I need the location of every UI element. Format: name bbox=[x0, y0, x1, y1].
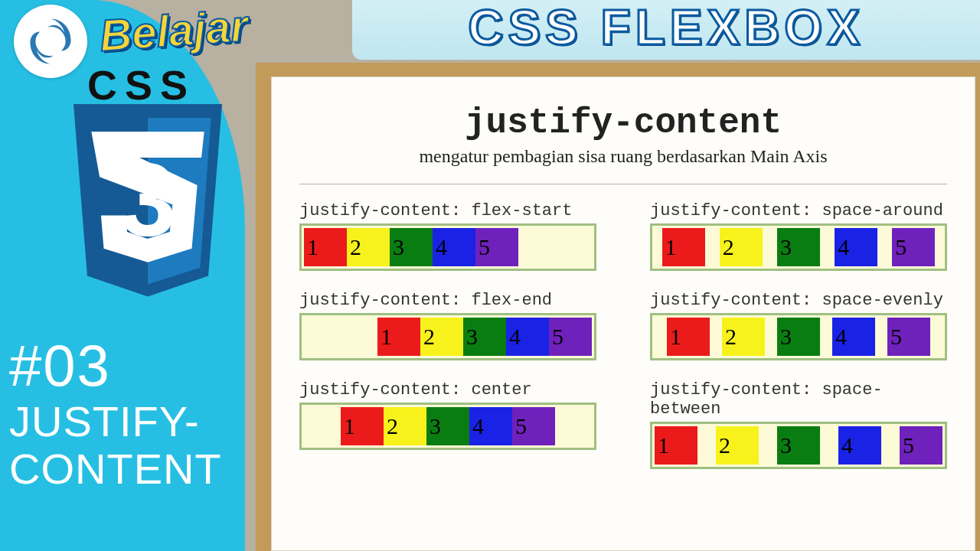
swirl-icon bbox=[24, 15, 77, 68]
whiteboard: justify-content mengatur pembagian sisa … bbox=[271, 77, 975, 551]
flex-item: 4 bbox=[469, 407, 512, 445]
flex-container: 12345 bbox=[299, 313, 596, 360]
episode-number: #03 bbox=[9, 332, 111, 399]
flex-container: 12345 bbox=[299, 403, 596, 450]
top-title-bar: CSS FLEXBOX bbox=[352, 0, 980, 60]
example-space-around: justify-content: space-around12345 bbox=[650, 201, 947, 271]
example-space-evenly: justify-content: space-evenly12345 bbox=[650, 291, 947, 360]
whiteboard-subtitle: mengatur pembagian sisa ruang berdasarka… bbox=[299, 146, 947, 167]
flex-item: 5 bbox=[512, 407, 555, 445]
example-flex-start: justify-content: flex-start12345 bbox=[299, 201, 596, 271]
flex-item: 4 bbox=[835, 228, 877, 266]
flex-item: 4 bbox=[838, 426, 881, 465]
whiteboard-title: justify-content bbox=[299, 103, 947, 143]
flex-item: 5 bbox=[887, 318, 930, 356]
flex-item: 4 bbox=[832, 318, 875, 356]
flex-item: 3 bbox=[426, 407, 469, 445]
flex-item: 5 bbox=[549, 318, 592, 356]
css-label: CSS bbox=[87, 61, 195, 109]
flex-container: 12345 bbox=[650, 422, 947, 469]
episode-title: JUSTIFY-CONTENT bbox=[9, 398, 239, 492]
flex-item: 1 bbox=[377, 318, 420, 356]
shield-number: 3 bbox=[119, 142, 177, 257]
example-label: justify-content: space-around bbox=[650, 201, 947, 220]
example-label: justify-content: flex-end bbox=[299, 291, 596, 310]
divider bbox=[299, 184, 947, 184]
flex-item: 2 bbox=[716, 426, 759, 465]
flex-item: 2 bbox=[347, 228, 390, 266]
flex-item: 2 bbox=[720, 228, 763, 266]
flex-container: 12345 bbox=[650, 313, 947, 360]
flex-item: 3 bbox=[777, 318, 820, 356]
flex-item: 3 bbox=[390, 228, 433, 266]
flex-item: 2 bbox=[722, 318, 765, 356]
thumbnail-stage: CSS FLEXBOX Belajar CSS 3 #03 JUSTIFY-CO… bbox=[0, 0, 980, 551]
flex-item: 2 bbox=[420, 318, 463, 356]
flex-item: 1 bbox=[341, 407, 384, 445]
example-flex-end: justify-content: flex-end12345 bbox=[299, 291, 596, 360]
css3-shield-icon: 3 bbox=[60, 104, 236, 304]
example-space-between: justify-content: space-between12345 bbox=[650, 380, 947, 469]
flex-item: 4 bbox=[506, 318, 549, 356]
flex-item: 3 bbox=[777, 426, 820, 465]
flex-item: 2 bbox=[384, 407, 426, 445]
flex-item: 4 bbox=[433, 228, 475, 266]
flex-item: 3 bbox=[777, 228, 820, 266]
left-panel: Belajar CSS 3 #03 JUSTIFY-CONTENT bbox=[0, 0, 245, 551]
example-label: justify-content: space-between bbox=[650, 380, 947, 419]
flex-container: 12345 bbox=[299, 223, 596, 271]
belajar-title: Belajar bbox=[98, 0, 250, 61]
flex-item: 1 bbox=[662, 228, 705, 266]
example-center: justify-content: center12345 bbox=[299, 380, 596, 469]
flex-item: 3 bbox=[463, 318, 506, 356]
flex-item: 1 bbox=[655, 426, 697, 465]
examples-grid: justify-content: flex-start12345justify-… bbox=[299, 201, 947, 469]
flex-container: 12345 bbox=[650, 223, 947, 271]
example-label: justify-content: flex-start bbox=[299, 201, 596, 220]
example-label: justify-content: space-evenly bbox=[650, 291, 947, 310]
flex-item: 1 bbox=[667, 318, 710, 356]
flex-item: 5 bbox=[475, 228, 518, 266]
top-title-text: CSS FLEXBOX bbox=[468, 0, 864, 56]
channel-logo bbox=[14, 5, 87, 78]
flex-item: 5 bbox=[900, 426, 942, 465]
flex-item: 5 bbox=[892, 228, 935, 266]
board-frame: justify-content mengatur pembagian sisa … bbox=[256, 63, 980, 551]
example-label: justify-content: center bbox=[299, 380, 596, 399]
flex-item: 1 bbox=[304, 228, 347, 266]
